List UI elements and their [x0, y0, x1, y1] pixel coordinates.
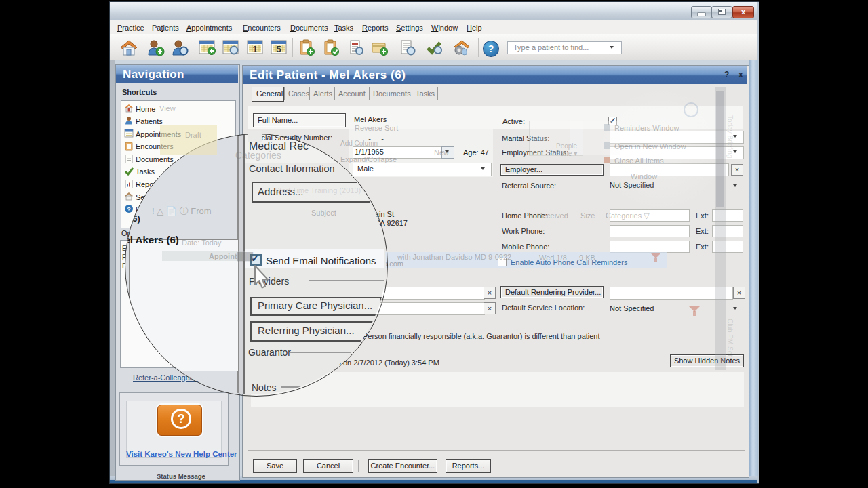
- svg-text:5: 5: [276, 44, 281, 54]
- svg-text:1: 1: [252, 44, 257, 54]
- svg-text:?: ?: [127, 206, 131, 213]
